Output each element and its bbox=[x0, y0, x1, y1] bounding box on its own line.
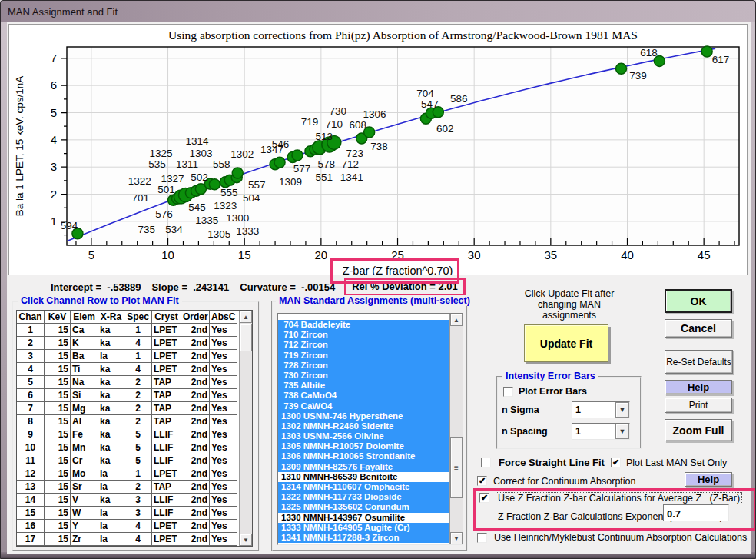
scroll-up-icon[interactable]: ▲ bbox=[450, 314, 463, 326]
table-row[interactable]: 615Sika2TAP2ndYes bbox=[17, 389, 239, 402]
n-sigma-value: 1 bbox=[572, 402, 615, 418]
table-cell: 15 bbox=[45, 376, 71, 389]
list-item[interactable]: 738 CaMoO4 bbox=[278, 391, 449, 401]
continuum-label: Correct for Continuum Absorption bbox=[493, 476, 636, 487]
table-row[interactable]: 1515Wla3LLIF2ndYes bbox=[17, 507, 239, 520]
table-row[interactable]: 815Alka2TAP2ndYes bbox=[17, 415, 239, 428]
list-item[interactable]: 1341 NMNH-117288-3 Zircon bbox=[278, 533, 449, 543]
window-title: MAN Assignment and Fit bbox=[8, 6, 118, 18]
svg-text:Using absorption corrections f: Using absorption corrections from Phi(pz… bbox=[168, 28, 638, 42]
channel-grid-scrollbar[interactable]: ▲ ▼ bbox=[239, 311, 252, 546]
table-cell: Ti bbox=[71, 363, 98, 376]
list-item[interactable]: 719 Zircon bbox=[278, 351, 449, 361]
dropdown-arrow-icon[interactable]: ▼ bbox=[615, 402, 629, 418]
list-item[interactable]: 710 Zircon bbox=[278, 330, 449, 340]
table-cell: 2nd bbox=[181, 324, 210, 337]
list-item[interactable]: 1303 USNM-2566 Olivine bbox=[278, 431, 449, 441]
table-cell: Sr bbox=[71, 481, 98, 494]
svg-text:558: 558 bbox=[213, 158, 230, 170]
channel-grid[interactable]: ChanKeVElemX-RaSpecCrystOrderAbsC115Caka… bbox=[16, 310, 253, 547]
dropdown-arrow-icon[interactable]: ▼ bbox=[615, 424, 629, 439]
list-item[interactable]: 712 Zircon bbox=[278, 340, 449, 350]
print-button[interactable]: Print bbox=[665, 398, 732, 413]
table-row[interactable]: 1415Vka3LLIF2ndYes bbox=[17, 494, 239, 507]
cancel-button[interactable]: Cancel bbox=[665, 319, 732, 338]
table-cell: 4 bbox=[124, 520, 152, 533]
ok-button[interactable]: OK bbox=[665, 289, 732, 313]
n-spacing-dropdown[interactable]: 1 ▼ bbox=[572, 423, 630, 440]
table-row[interactable]: 215Kka4LPET2ndYes bbox=[17, 337, 239, 350]
scroll-down-icon[interactable]: ▼ bbox=[240, 534, 252, 546]
list-item[interactable]: 1314 NMNH-110607 Omphacite bbox=[278, 482, 449, 492]
list-item[interactable]: 1330 NMNH-143967 Osumilite bbox=[278, 513, 449, 523]
table-cell: 15 bbox=[45, 324, 71, 337]
list-item[interactable]: 1306 NMNH-R10065 Strontianite bbox=[278, 451, 449, 461]
table-cell: Yes bbox=[210, 507, 237, 520]
list-item[interactable]: 1309 NMNH-82576 Fayalite bbox=[278, 462, 449, 472]
table-row[interactable]: 1015Mnka5LLIF2ndYes bbox=[17, 441, 239, 454]
table-cell: 9 bbox=[17, 428, 45, 441]
list-item[interactable]: 1333 NMNH-164905 Augite (Cr) bbox=[278, 523, 449, 533]
table-cell: Zr bbox=[71, 533, 98, 546]
list-item[interactable]: 1325 NMNH-135602 Corundum bbox=[278, 502, 449, 512]
table-row[interactable]: 1615Yla4LPET2ndYes bbox=[17, 520, 239, 533]
svg-text:578: 578 bbox=[318, 158, 336, 170]
listbox-scrollbar[interactable]: ▲ ≡ ▼ bbox=[449, 314, 463, 544]
heinrich-checkbox[interactable] bbox=[477, 533, 487, 543]
table-cell: 6 bbox=[17, 389, 45, 402]
list-item[interactable]: 704 Baddeleyite bbox=[278, 320, 449, 330]
force-straight-checkbox[interactable] bbox=[481, 458, 491, 467]
table-row[interactable]: 115Caka1LPET2ndYes bbox=[17, 324, 239, 337]
svg-text:10: 10 bbox=[161, 248, 174, 261]
list-item[interactable]: 739 CaWO4 bbox=[278, 401, 449, 411]
table-cell: Yes bbox=[210, 415, 237, 428]
plot-error-bars-checkbox[interactable] bbox=[503, 387, 513, 397]
svg-text:1325: 1325 bbox=[150, 148, 173, 159]
table-row[interactable]: 515Naka2TAP2ndYes bbox=[17, 376, 239, 389]
man-standards-listbox[interactable]: 704 Baddeleyite 710 Zircon 712 Zircon 71… bbox=[277, 313, 463, 545]
list-item[interactable]: 1300 USNM-746 Hypersthene bbox=[278, 411, 449, 421]
plot-last-checkbox[interactable]: ✔ bbox=[611, 458, 621, 467]
scrollbar-thumb[interactable]: ≡ bbox=[450, 437, 463, 498]
list-item[interactable]: 1322 NMNH-117733 Diopside bbox=[278, 492, 449, 502]
table-cell: 3 bbox=[124, 494, 152, 507]
table-cell: 2nd bbox=[181, 533, 210, 546]
zoom-full-button[interactable]: Zoom Full bbox=[665, 419, 732, 441]
svg-text:723: 723 bbox=[346, 148, 363, 159]
reset-defaults-button[interactable]: Re-Set Defaults bbox=[665, 350, 733, 374]
table-row[interactable]: 915Feka5LLIF2ndYes bbox=[17, 428, 239, 441]
svg-text:1306: 1306 bbox=[363, 108, 386, 120]
svg-text:1300: 1300 bbox=[226, 212, 249, 224]
list-item[interactable]: 735 Albite bbox=[278, 381, 449, 391]
table-cell: 1 bbox=[17, 324, 45, 337]
zfraction-highlight bbox=[473, 488, 756, 531]
table-row[interactable]: 1215Mola1LPET2ndYes bbox=[17, 467, 239, 481]
table-row[interactable]: 715Mgka2TAP2ndYes bbox=[17, 402, 239, 415]
slope-value: Slope = .243141 bbox=[151, 281, 229, 293]
help-button[interactable]: Help bbox=[665, 380, 732, 394]
list-item[interactable]: 730 Zircon bbox=[278, 371, 449, 381]
svg-text:534: 534 bbox=[165, 224, 183, 235]
table-row[interactable]: 1115Crka5LLIF2ndYes bbox=[17, 454, 239, 467]
table-row[interactable]: 1715Zrla4LPET2ndYes bbox=[17, 533, 239, 546]
continuum-help-button[interactable]: Help bbox=[685, 472, 732, 487]
table-cell: Ca bbox=[71, 324, 98, 337]
table-cell: 16 bbox=[17, 520, 45, 533]
table-cell: ka bbox=[98, 402, 124, 415]
n-sigma-dropdown[interactable]: 1 ▼ bbox=[572, 401, 630, 418]
scrollbar-thumb[interactable] bbox=[240, 324, 252, 351]
list-item[interactable]: 1302 NMNH-R2460 Siderite bbox=[278, 421, 449, 431]
table-cell: K bbox=[71, 337, 98, 350]
list-item[interactable]: 1305 NMNH-R10057 Dolomite bbox=[278, 441, 449, 451]
n-sigma-label: n Sigma bbox=[502, 404, 539, 415]
scroll-up-icon[interactable]: ▲ bbox=[240, 311, 252, 323]
title-bar[interactable]: MAN Assignment and Fit bbox=[1, 1, 755, 22]
list-item[interactable]: 1310 NMNH-86539 Benitoite bbox=[278, 472, 449, 482]
table-row[interactable]: 1315Srla2TAP2ndYes bbox=[17, 481, 239, 494]
table-row[interactable]: 315Bala1LPET2ndYes bbox=[17, 350, 239, 363]
table-row[interactable]: 415Tika4LPET2ndYes bbox=[17, 363, 239, 376]
continuum-checkbox[interactable]: ✔ bbox=[477, 476, 487, 486]
list-item[interactable]: 728 Zircon bbox=[278, 361, 449, 371]
update-fit-button[interactable]: Update Fit bbox=[524, 324, 608, 362]
scroll-down-icon[interactable]: ▼ bbox=[450, 532, 463, 544]
